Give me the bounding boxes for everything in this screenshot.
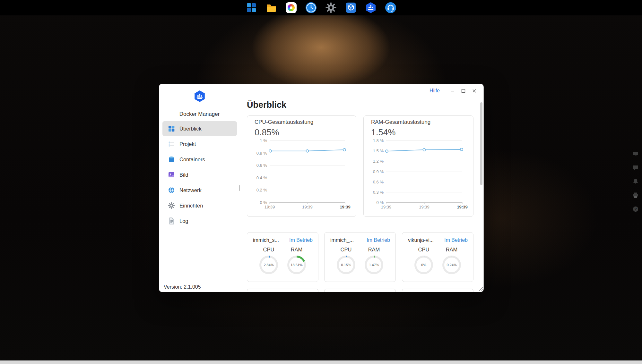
chart-x-axis: 19:3919:3919:39 [386, 205, 462, 210]
sidebar-nav: Überblick Projekt Containers [162, 121, 237, 229]
sidebar-item-netzwerk[interactable]: Netzwerk [162, 183, 237, 198]
x-tickmark [345, 202, 345, 204]
cpu-gauge-value: 0.15% [337, 256, 355, 274]
version-label: Version: 2.1.005 [164, 284, 201, 290]
sidebar: Docker Manager Überblick Projekt [159, 84, 240, 292]
list-icon [168, 140, 175, 148]
cpu-line-chart: 1 %0.8 %0.6 %0.4 %0.2 %0 % 19:3919:3919:… [247, 140, 345, 202]
photos-icon[interactable] [285, 2, 297, 14]
sidebar-item-label: Überblick [179, 126, 202, 132]
y-tick-label: 0.6 % [256, 163, 267, 168]
x-tick-label: 19:39 [265, 205, 275, 209]
container-gauges: CPU 2.84% RAM 18.51% [247, 247, 318, 274]
help-link[interactable]: Hilfe [429, 88, 440, 94]
container-gauges: CPU 0.15% RAM 1.47% [325, 247, 395, 274]
chat-icon[interactable] [632, 165, 639, 171]
log-icon [168, 217, 175, 225]
x-tick-label: 19:39 [419, 205, 429, 209]
file-manager-icon[interactable] [265, 2, 277, 14]
docker-icon[interactable] [365, 2, 377, 14]
cpu-usage-card: CPU-Gesamtauslastung 0.85% 1 %0.8 %0.6 %… [247, 115, 356, 217]
container-card-partial [402, 289, 473, 292]
printer-icon[interactable] [632, 192, 639, 199]
main-menu-icon[interactable] [245, 2, 257, 14]
scrollbar-thumb[interactable] [480, 102, 482, 185]
y-tick-label: 1.2 % [373, 159, 384, 164]
cpu-label: CPU [418, 247, 429, 253]
sidebar-item-projekt[interactable]: Projekt [162, 137, 237, 151]
container-card: immich_s... Im Betrieb CPU 2.84% RAM 18.… [247, 232, 318, 282]
y-tick-label: 1 % [260, 138, 267, 143]
sidebar-item-containers[interactable]: Containers [162, 152, 237, 167]
sidebar-item-label: Log [179, 218, 188, 224]
cpu-label: CPU [341, 247, 352, 253]
page-title: Überblick [247, 100, 286, 110]
bottom-strip [0, 360, 642, 364]
sidebar-item-ueberblick[interactable]: Überblick [162, 121, 237, 136]
sidebar-item-label: Bild [179, 172, 188, 178]
cpu-gauge-value: 0% [414, 256, 433, 274]
sidebar-item-bild[interactable]: Bild [162, 167, 237, 182]
app-title: Docker Manager [159, 111, 240, 117]
y-tick-label: 0.2 % [256, 188, 267, 192]
container-card: immich_... Im Betrieb CPU 0.15% RAM 1.47… [324, 232, 396, 282]
chart-y-axis: 1 %0.8 %0.6 %0.4 %0.2 %0 % [247, 140, 267, 202]
cpu-gauge: 0% [414, 256, 433, 274]
sidebar-item-label: Containers [179, 157, 205, 163]
sidebar-resize-handle[interactable] [239, 185, 240, 191]
y-tick-label: 0.8 % [256, 150, 267, 155]
ram-label: RAM [446, 247, 458, 253]
status-badge: Im Betrieb [444, 237, 468, 243]
container-card-header: immich_s... Im Betrieb [247, 233, 318, 243]
x-tickmark [462, 202, 463, 204]
ram-label: RAM [291, 247, 303, 253]
package-center-icon[interactable] [345, 2, 357, 14]
x-tick-label: 19:39 [381, 205, 392, 209]
y-tick-label: 0.3 % [373, 190, 384, 194]
y-tick-label: 0.4 % [256, 175, 267, 180]
window-controls: Hilfe [429, 86, 480, 96]
container-name: immich_... [330, 237, 354, 243]
y-tick-label: 0 % [260, 200, 267, 205]
x-tickmark [270, 202, 270, 204]
ram-line-chart: 1.8 %1.5 %1.2 %0.9 %0.6 %0.3 %0 % 19:391… [364, 140, 462, 202]
x-tick-label: 19:39 [457, 205, 467, 209]
container-card-header: vikunja-vi... Im Betrieb [402, 233, 473, 243]
ram-gauge: 0.24% [442, 256, 461, 274]
ram-gauge-value: 0.24% [442, 256, 461, 274]
sidebar-item-log[interactable]: Log [162, 214, 237, 228]
help-icon[interactable]: ? [632, 206, 639, 212]
container-card-partial [324, 289, 396, 292]
container-card-header: immich_... Im Betrieb [325, 233, 395, 243]
card-value: 1.54% [371, 128, 473, 138]
container-name: vikunja-vi... [408, 237, 434, 243]
ram-gauge: 1.47% [365, 256, 383, 274]
chart-line [270, 140, 345, 202]
y-tick-label: 0.6 % [373, 179, 384, 184]
card-value: 0.85% [255, 128, 356, 138]
sidebar-item-einrichten[interactable]: Einrichten [162, 198, 237, 213]
maximize-button[interactable] [458, 86, 469, 95]
clock-icon[interactable] [305, 2, 317, 14]
card-title: CPU-Gesamtauslastung [255, 119, 356, 125]
sidebar-item-label: Einrichten [179, 203, 203, 209]
x-tickmark [424, 202, 424, 204]
status-badge: Im Betrieb [289, 237, 313, 243]
card-title: RAM-Gesamtauslastung [371, 119, 473, 125]
cpu-gauge: 0.15% [337, 256, 355, 274]
ram-gauge-value: 1.47% [365, 256, 383, 274]
docker-manager-window: Hilfe Docker Manager Übe [159, 84, 484, 292]
settings-gear-icon[interactable] [325, 2, 337, 14]
x-tickmark [386, 202, 386, 204]
desktop: ? Hilfe Docker Manager [0, 0, 642, 364]
display-icon[interactable] [632, 151, 639, 157]
minimize-button[interactable] [447, 86, 458, 95]
close-button[interactable] [469, 86, 480, 95]
ram-gauge: 18.51% [287, 256, 306, 274]
notification-bell-icon[interactable] [632, 178, 639, 185]
window-resize-handle[interactable] [478, 286, 483, 291]
grid-icon [168, 125, 175, 132]
status-badge: Im Betrieb [367, 237, 390, 243]
support-headset-icon[interactable] [385, 2, 397, 14]
container-name: immich_s... [253, 237, 279, 243]
